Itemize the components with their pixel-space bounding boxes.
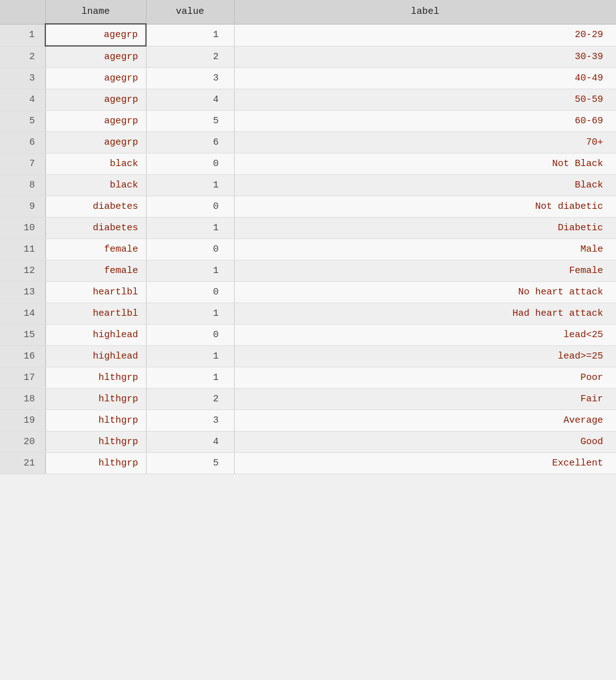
- cell-label: 40-49: [234, 68, 616, 89]
- cell-rownum: 3: [0, 68, 45, 89]
- table-row[interactable]: 17hlthgrp1Poor: [0, 367, 616, 389]
- cell-rownum: 9: [0, 196, 45, 218]
- cell-value: 2: [146, 389, 234, 410]
- cell-label: Average: [234, 410, 616, 432]
- cell-value: 1: [146, 218, 234, 239]
- cell-value: 4: [146, 432, 234, 453]
- table-row[interactable]: 15highlead0lead<25: [0, 325, 616, 346]
- table-row[interactable]: 1agegrp120-29: [0, 24, 616, 46]
- cell-label: 70+: [234, 132, 616, 153]
- cell-value: 2: [146, 46, 234, 68]
- cell-rownum: 20: [0, 432, 45, 453]
- cell-rownum: 13: [0, 282, 45, 303]
- cell-value: 5: [146, 111, 234, 132]
- cell-lname[interactable]: hlthgrp: [45, 453, 146, 474]
- cell-label: Good: [234, 432, 616, 453]
- cell-label: lead>=25: [234, 346, 616, 367]
- cell-lname[interactable]: black: [45, 153, 146, 175]
- table-row[interactable]: 3agegrp340-49: [0, 68, 616, 89]
- cell-lname[interactable]: female: [45, 239, 146, 260]
- table-row[interactable]: 5agegrp560-69: [0, 111, 616, 132]
- table-row[interactable]: 8black1Black: [0, 175, 616, 196]
- cell-value: 5: [146, 453, 234, 474]
- cell-lname[interactable]: highlead: [45, 346, 146, 367]
- cell-lname[interactable]: agegrp: [45, 89, 146, 111]
- table-row[interactable]: 9diabetes0Not diabetic: [0, 196, 616, 218]
- cell-lname[interactable]: diabetes: [45, 196, 146, 218]
- header-rownum: [0, 0, 45, 24]
- header-lname: lname: [45, 0, 146, 24]
- cell-lname[interactable]: agegrp: [45, 68, 146, 89]
- table-row[interactable]: 4agegrp450-59: [0, 89, 616, 111]
- cell-lname[interactable]: agegrp: [45, 24, 146, 46]
- table-row[interactable]: 11female0Male: [0, 239, 616, 260]
- cell-value: 0: [146, 239, 234, 260]
- cell-rownum: 4: [0, 89, 45, 111]
- cell-label: Had heart attack: [234, 303, 616, 325]
- cell-label: Not diabetic: [234, 196, 616, 218]
- cell-label: Fair: [234, 389, 616, 410]
- cell-rownum: 12: [0, 260, 45, 282]
- cell-label: 60-69: [234, 111, 616, 132]
- cell-rownum: 17: [0, 367, 45, 389]
- cell-value: 6: [146, 132, 234, 153]
- cell-value: 1: [146, 260, 234, 282]
- cell-rownum: 8: [0, 175, 45, 196]
- cell-value: 0: [146, 196, 234, 218]
- cell-value: 0: [146, 282, 234, 303]
- cell-lname[interactable]: hlthgrp: [45, 410, 146, 432]
- table-row[interactable]: 6agegrp670+: [0, 132, 616, 153]
- table-row[interactable]: 18hlthgrp2Fair: [0, 389, 616, 410]
- cell-label: 20-29: [234, 24, 616, 46]
- cell-value: 3: [146, 68, 234, 89]
- cell-label: Excellent: [234, 453, 616, 474]
- cell-lname[interactable]: black: [45, 175, 146, 196]
- cell-label: Not Black: [234, 153, 616, 175]
- main-container: lname value label 1agegrp120-292agegrp23…: [0, 0, 616, 680]
- cell-label: Female: [234, 260, 616, 282]
- data-table: lname value label 1agegrp120-292agegrp23…: [0, 0, 616, 474]
- cell-lname[interactable]: highlead: [45, 325, 146, 346]
- cell-lname[interactable]: diabetes: [45, 218, 146, 239]
- cell-value: 0: [146, 325, 234, 346]
- cell-rownum: 18: [0, 389, 45, 410]
- cell-rownum: 15: [0, 325, 45, 346]
- cell-label: lead<25: [234, 325, 616, 346]
- cell-value: 0: [146, 153, 234, 175]
- cell-lname[interactable]: female: [45, 260, 146, 282]
- cell-value: 1: [146, 303, 234, 325]
- cell-lname[interactable]: heartlbl: [45, 303, 146, 325]
- table-row[interactable]: 16highlead1lead>=25: [0, 346, 616, 367]
- cell-value: 1: [146, 175, 234, 196]
- cell-lname[interactable]: hlthgrp: [45, 367, 146, 389]
- table-row[interactable]: 20hlthgrp4Good: [0, 432, 616, 453]
- cell-label: 50-59: [234, 89, 616, 111]
- cell-rownum: 21: [0, 453, 45, 474]
- cell-rownum: 7: [0, 153, 45, 175]
- cell-lname[interactable]: agegrp: [45, 111, 146, 132]
- cell-rownum: 11: [0, 239, 45, 260]
- cell-rownum: 1: [0, 24, 45, 46]
- cell-lname[interactable]: agegrp: [45, 46, 146, 68]
- cell-label: No heart attack: [234, 282, 616, 303]
- cell-lname[interactable]: hlthgrp: [45, 389, 146, 410]
- cell-lname[interactable]: hlthgrp: [45, 432, 146, 453]
- cell-value: 1: [146, 24, 234, 46]
- table-row[interactable]: 10diabetes1Diabetic: [0, 218, 616, 239]
- table-row[interactable]: 2agegrp230-39: [0, 46, 616, 68]
- cell-value: 3: [146, 410, 234, 432]
- cell-rownum: 5: [0, 111, 45, 132]
- cell-rownum: 19: [0, 410, 45, 432]
- table-row[interactable]: 21hlthgrp5Excellent: [0, 453, 616, 474]
- cell-rownum: 14: [0, 303, 45, 325]
- table-row[interactable]: 13heartlbl0No heart attack: [0, 282, 616, 303]
- table-row[interactable]: 14heartlbl1Had heart attack: [0, 303, 616, 325]
- cell-lname[interactable]: agegrp: [45, 132, 146, 153]
- table-body: 1agegrp120-292agegrp230-393agegrp340-494…: [0, 24, 616, 474]
- cell-lname[interactable]: heartlbl: [45, 282, 146, 303]
- cell-rownum: 2: [0, 46, 45, 68]
- header-value: value: [146, 0, 234, 24]
- table-row[interactable]: 19hlthgrp3Average: [0, 410, 616, 432]
- table-row[interactable]: 12female1Female: [0, 260, 616, 282]
- table-row[interactable]: 7black0Not Black: [0, 153, 616, 175]
